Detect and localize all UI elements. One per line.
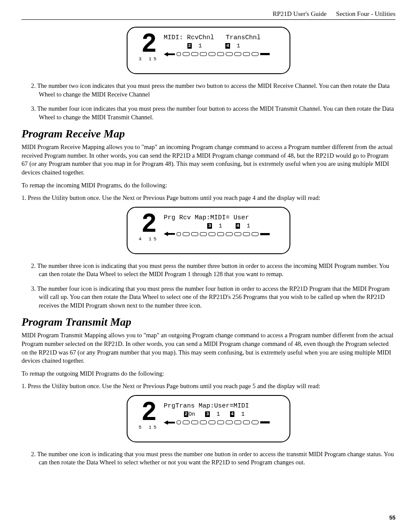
para-receive-remap: To remap the incoming MIDI Programs, do … <box>22 181 395 190</box>
step-1-transmit: 1. Press the Utility button once. Use th… <box>22 382 395 391</box>
para-receive-intro: MIDI Program Receive Mapping allows you … <box>22 143 395 177</box>
lcd-bar-icon <box>164 420 282 425</box>
step-2-midi: 2. The number two icon indicates that yo… <box>31 82 395 99</box>
step-1-receive: 1. Press the Utility button once. Use th… <box>22 194 395 202</box>
heading-program-transmit-map: Program Transmit Map <box>22 316 395 329</box>
header-guide: RP21D User's Guide <box>273 10 327 18</box>
lcd-big-digit: 2 <box>141 401 156 425</box>
lcd-line2: 2 1 4 1 <box>164 42 282 50</box>
lcd-line2: 2On 3 1 4 1 <box>164 411 282 418</box>
para-transmit-remap: To remap the outgoing MIDI Programs do t… <box>22 370 395 378</box>
lcd-line1: PrgTrans Map:User=MIDI <box>164 402 282 411</box>
step-3-receive: 3. The number four icon is indicating th… <box>31 285 395 310</box>
lcd-line1: Prg Rcv Map:MIDI= User <box>164 214 282 222</box>
page-number: 55 <box>389 514 395 521</box>
lcd-display-receive: 2 4 15 Prg Rcv Map:MIDI= User 3 1 4 1 <box>127 207 290 254</box>
heading-program-receive-map: Program Receive Map <box>22 128 395 140</box>
para-transmit-intro: MIDI Program Transmit Mapping allows you… <box>22 331 395 365</box>
step-3-midi: 3. The number four icon indicates that y… <box>31 105 395 121</box>
lcd-bar-icon <box>164 52 282 57</box>
lcd-display-transmit: 2 5 15 PrgTrans Map:User=MIDI 2On 3 1 4 … <box>127 395 290 442</box>
lcd-line2: 3 1 4 1 <box>164 222 282 230</box>
step-2-transmit: 2. The number one icon is indicating tha… <box>31 450 395 467</box>
lcd-line1: MIDI: RcvChnl TransChnl <box>164 34 282 42</box>
page-header: RP21D User's Guide Section Four - Utilit… <box>22 10 395 20</box>
lcd-big-digit: 2 <box>141 213 156 236</box>
lcd-display-midi: 2 3 15 MIDI: RcvChnl TransChnl 2 1 4 1 <box>127 27 290 74</box>
lcd-big-digit: 2 <box>141 33 156 56</box>
header-section: Section Four - Utilities <box>336 10 395 18</box>
lcd-bar-icon <box>164 231 282 236</box>
step-2-receive: 2. The number three icon is indicating t… <box>31 262 395 279</box>
